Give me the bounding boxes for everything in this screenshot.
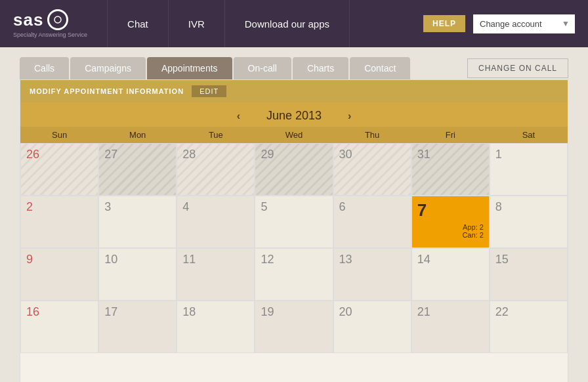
table-row[interactable]: 18 — [177, 301, 255, 353]
table-row[interactable]: 19 — [255, 301, 333, 353]
table-row[interactable]: 11 — [177, 248, 255, 301]
main-content: Calls Campaigns Appointments On-call Cha… — [0, 47, 588, 382]
table-row[interactable]: 4 — [177, 196, 255, 248]
tab-charts[interactable]: Charts — [293, 57, 348, 79]
day-header-wed: Wed — [255, 127, 333, 143]
table-row[interactable]: 12 — [255, 248, 333, 301]
table-row[interactable]: 28 — [177, 143, 255, 196]
prev-month-button[interactable]: ‹ — [237, 110, 240, 122]
day-headers: Sun Mon Tue Wed Thu Fri Sat — [20, 127, 568, 143]
nav-ivr[interactable]: IVR — [169, 0, 225, 47]
day-header-mon: Mon — [98, 127, 177, 143]
today-cell[interactable]: 7 App: 2Can: 2 — [411, 196, 490, 248]
table-row[interactable]: 8 — [490, 196, 568, 248]
tab-campaigns[interactable]: Campaigns — [70, 57, 146, 79]
table-row[interactable]: 6 — [333, 196, 411, 248]
nav-links: Chat IVR Download our apps — [107, 0, 423, 47]
account-dropdown[interactable]: Change account ▼ — [473, 14, 575, 33]
modify-bar: MODIFY APPOINTMENT INFORMATION EDIT — [20, 80, 568, 102]
calendar-nav: ‹ June 2013 › — [20, 109, 568, 123]
table-row[interactable]: 21 — [411, 301, 490, 353]
nav-chat[interactable]: Chat — [107, 0, 169, 47]
day-header-thu: Thu — [333, 127, 411, 143]
table-row[interactable]: 5 — [255, 196, 333, 248]
svg-point-0 — [54, 16, 61, 23]
table-row[interactable]: 27 — [98, 143, 177, 196]
tab-oncall[interactable]: On-call — [234, 57, 291, 79]
appointment-info: App: 2Can: 2 — [417, 223, 484, 239]
day-header-sat: Sat — [490, 127, 568, 143]
edit-button[interactable]: EDIT — [192, 85, 226, 97]
table-row[interactable]: 16 — [20, 301, 98, 353]
tab-contact[interactable]: Contact — [350, 57, 410, 79]
table-row[interactable]: 13 — [333, 248, 411, 301]
calendar-header: ‹ June 2013 › — [20, 102, 568, 127]
change-on-call-button[interactable]: CHANGE ON CALL — [467, 58, 568, 78]
table-row[interactable]: 1 — [490, 143, 568, 196]
nav-download[interactable]: Download our apps — [225, 0, 350, 47]
help-button[interactable]: HELP — [423, 15, 465, 32]
table-row[interactable]: 26 — [20, 143, 98, 196]
change-account-select[interactable]: Change account — [473, 14, 575, 33]
next-month-button[interactable]: › — [348, 110, 351, 122]
table-row[interactable]: 20 — [333, 301, 411, 353]
tabs-row: Calls Campaigns Appointments On-call Cha… — [20, 57, 568, 79]
logo-text: sas — [13, 10, 43, 30]
table-row[interactable]: 14 — [411, 248, 490, 301]
day-header-sun: Sun — [20, 127, 98, 143]
modify-label: MODIFY APPOINTMENT INFORMATION — [30, 87, 184, 95]
month-year-label: June 2013 — [266, 109, 322, 123]
table-row[interactable]: 15 — [490, 248, 568, 301]
tab-appointments[interactable]: Appointments — [147, 57, 232, 79]
day-header-tue: Tue — [177, 127, 255, 143]
logo-circle — [47, 9, 68, 30]
table-row[interactable]: 30 — [333, 143, 411, 196]
day-header-fri: Fri — [411, 127, 490, 143]
table-row[interactable]: 22 — [490, 301, 568, 353]
tab-bar: Calls Campaigns Appointments On-call Cha… — [20, 57, 410, 79]
tab-calls[interactable]: Calls — [20, 57, 69, 79]
table-row[interactable]: 17 — [98, 301, 177, 353]
header-right: HELP Change account ▼ — [423, 14, 575, 33]
table-row[interactable]: 3 — [98, 196, 177, 248]
table-row[interactable]: 2 — [20, 196, 98, 248]
calendar-container: MODIFY APPOINTMENT INFORMATION EDIT ‹ Ju… — [20, 79, 568, 382]
logo-area: sas Specialty Answering Service — [13, 9, 87, 38]
calendar-grid: 26 27 28 29 30 31 1 2 3 4 5 6 7 App: 2Ca… — [20, 143, 568, 382]
table-row[interactable]: 29 — [255, 143, 333, 196]
table-row[interactable]: 10 — [98, 248, 177, 301]
table-row[interactable]: 9 — [20, 248, 98, 301]
logo-subtitle: Specialty Answering Service — [13, 32, 87, 38]
table-row[interactable]: 31 — [411, 143, 490, 196]
header: sas Specialty Answering Service Chat IVR… — [0, 0, 588, 47]
